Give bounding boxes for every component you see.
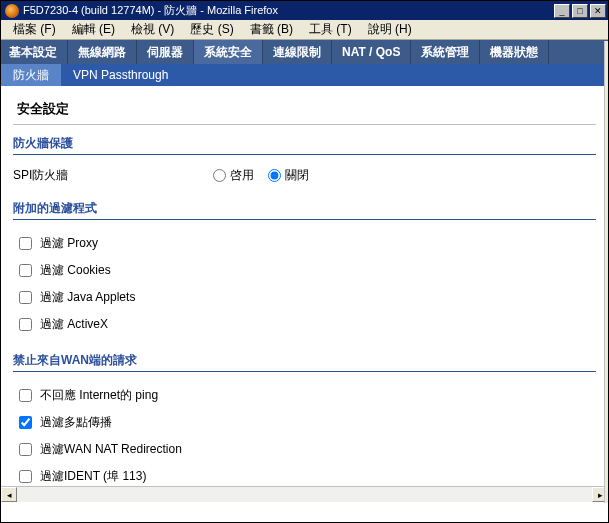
window-buttons: _ □ ✕ bbox=[552, 4, 606, 18]
titlebar-left: F5D7230-4 (build 12774M) - 防火牆 - Mozilla… bbox=[5, 3, 278, 18]
menu-edit[interactable]: 編輯 (E) bbox=[64, 19, 123, 40]
wan-ping-checkbox[interactable] bbox=[19, 389, 32, 402]
tab-wireless[interactable]: 無線網路 bbox=[68, 40, 137, 64]
filter-activex-row: 過濾 ActiveX bbox=[13, 311, 596, 338]
wan-ident-checkbox[interactable] bbox=[19, 470, 32, 483]
filter-proxy-label: 過濾 Proxy bbox=[40, 235, 98, 252]
section-title-filters: 附加的過濾程式 bbox=[13, 200, 596, 220]
spi-row: SPI防火牆 啓用 關閉 bbox=[13, 165, 596, 186]
spi-disable-label: 關閉 bbox=[285, 167, 309, 184]
maximize-button[interactable]: □ bbox=[572, 4, 588, 18]
tab-server[interactable]: 伺服器 bbox=[137, 40, 194, 64]
primary-tabbar: 基本設定 無線網路 伺服器 系統安全 連線限制 NAT / QoS 系統管理 機… bbox=[1, 40, 608, 64]
filter-activex-label: 過濾 ActiveX bbox=[40, 316, 108, 333]
filter-cookies-label: 過濾 Cookies bbox=[40, 262, 111, 279]
spi-enable-label: 啓用 bbox=[230, 167, 254, 184]
tab-connection-limit[interactable]: 連線限制 bbox=[263, 40, 332, 64]
wan-ping-row: 不回應 Internet的 ping bbox=[13, 382, 596, 409]
menu-bookmarks[interactable]: 書籤 (B) bbox=[242, 19, 301, 40]
filter-proxy-row: 過濾 Proxy bbox=[13, 230, 596, 257]
tab-admin[interactable]: 系統管理 bbox=[411, 40, 480, 64]
wan-nat-label: 過濾WAN NAT Redirection bbox=[40, 441, 182, 458]
right-border bbox=[604, 41, 608, 503]
app-window: F5D7230-4 (build 12774M) - 防火牆 - Mozilla… bbox=[0, 0, 609, 523]
section-title-wan: 禁止來自WAN端的請求 bbox=[13, 352, 596, 372]
filter-cookies-checkbox[interactable] bbox=[19, 264, 32, 277]
filter-cookies-row: 過濾 Cookies bbox=[13, 257, 596, 284]
wan-ident-label: 過濾IDENT (埠 113) bbox=[40, 468, 146, 485]
tab-security[interactable]: 系統安全 bbox=[194, 40, 263, 64]
tab-status[interactable]: 機器狀態 bbox=[480, 40, 549, 64]
horizontal-scrollbar[interactable]: ◂ ▸ bbox=[1, 486, 608, 502]
menu-view[interactable]: 檢視 (V) bbox=[123, 19, 182, 40]
wan-multicast-checkbox[interactable] bbox=[19, 416, 32, 429]
filter-java-row: 過濾 Java Applets bbox=[13, 284, 596, 311]
spi-disable-option[interactable]: 關閉 bbox=[268, 167, 309, 184]
menu-help[interactable]: 說明 (H) bbox=[360, 19, 420, 40]
filter-proxy-checkbox[interactable] bbox=[19, 237, 32, 250]
minimize-button[interactable]: _ bbox=[554, 4, 570, 18]
menubar: 檔案 (F) 編輯 (E) 檢視 (V) 歷史 (S) 書籤 (B) 工具 (T… bbox=[1, 20, 608, 40]
page-body: 安全設定 防火牆保護 SPI防火牆 啓用 關閉 附加的過濾程式 過濾 Proxy bbox=[1, 86, 608, 498]
menu-tools[interactable]: 工具 (T) bbox=[301, 19, 360, 40]
spi-enable-option[interactable]: 啓用 bbox=[213, 167, 254, 184]
tab-nat-qos[interactable]: NAT / QoS bbox=[332, 40, 411, 64]
secondary-tabbar: 防火牆 VPN Passthrough bbox=[1, 64, 608, 86]
wan-ping-label: 不回應 Internet的 ping bbox=[40, 387, 158, 404]
tab-basic[interactable]: 基本設定 bbox=[1, 40, 68, 64]
filter-java-checkbox[interactable] bbox=[19, 291, 32, 304]
subtab-firewall[interactable]: 防火牆 bbox=[1, 64, 61, 86]
menu-history[interactable]: 歷史 (S) bbox=[182, 19, 241, 40]
scroll-track[interactable] bbox=[17, 487, 592, 502]
wan-multicast-label: 過濾多點傳播 bbox=[40, 414, 112, 431]
filter-java-label: 過濾 Java Applets bbox=[40, 289, 135, 306]
scroll-left-button[interactable]: ◂ bbox=[1, 487, 17, 502]
spi-disable-radio[interactable] bbox=[268, 169, 281, 182]
wan-nat-checkbox[interactable] bbox=[19, 443, 32, 456]
wan-nat-row: 過濾WAN NAT Redirection bbox=[13, 436, 596, 463]
close-button[interactable]: ✕ bbox=[590, 4, 606, 18]
window-titlebar: F5D7230-4 (build 12774M) - 防火牆 - Mozilla… bbox=[1, 1, 608, 20]
page-title: 安全設定 bbox=[13, 94, 596, 125]
menu-file[interactable]: 檔案 (F) bbox=[5, 19, 64, 40]
wan-multicast-row: 過濾多點傳播 bbox=[13, 409, 596, 436]
content-area: 基本設定 無線網路 伺服器 系統安全 連線限制 NAT / QoS 系統管理 機… bbox=[1, 40, 608, 502]
spi-label: SPI防火牆 bbox=[13, 167, 213, 184]
subtab-vpn-passthrough[interactable]: VPN Passthrough bbox=[61, 64, 180, 86]
window-title: F5D7230-4 (build 12774M) - 防火牆 - Mozilla… bbox=[23, 3, 278, 18]
firefox-icon bbox=[5, 4, 19, 18]
spi-enable-radio[interactable] bbox=[213, 169, 226, 182]
filter-activex-checkbox[interactable] bbox=[19, 318, 32, 331]
section-title-firewall: 防火牆保護 bbox=[13, 135, 596, 155]
